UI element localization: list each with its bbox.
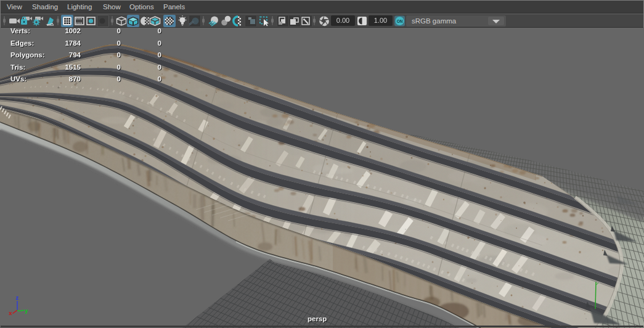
svg-text:0: 0 xyxy=(158,75,161,83)
svg-text:0: 0 xyxy=(117,27,121,35)
svg-text:0: 0 xyxy=(158,39,161,47)
svg-text:y: y xyxy=(25,307,28,314)
svg-text:1515: 1515 xyxy=(65,64,81,71)
svg-text:0: 0 xyxy=(117,39,121,47)
svg-text:0: 0 xyxy=(117,75,121,83)
svg-text:1784: 1784 xyxy=(65,39,81,47)
svg-text:ON: ON xyxy=(397,19,403,23)
svg-text:1002: 1002 xyxy=(65,27,81,35)
svg-text:0: 0 xyxy=(158,51,161,59)
svg-text:z: z xyxy=(16,294,19,301)
svg-text:Verts:: Verts: xyxy=(10,27,30,35)
svg-text:persp: persp xyxy=(308,315,327,322)
svg-text:Tris:: Tris: xyxy=(10,64,25,71)
svg-text:0: 0 xyxy=(158,27,161,35)
svg-text:x: x xyxy=(9,310,12,316)
svg-text:UVs:: UVs: xyxy=(10,75,26,83)
svg-text:0: 0 xyxy=(158,64,161,71)
svg-text:0: 0 xyxy=(117,51,121,59)
svg-text:870: 870 xyxy=(69,75,81,83)
svg-text:0: 0 xyxy=(117,64,121,71)
svg-text:Polygons:: Polygons: xyxy=(10,51,45,59)
svg-text:794: 794 xyxy=(69,51,81,59)
svg-text:Edges:: Edges: xyxy=(10,39,34,47)
